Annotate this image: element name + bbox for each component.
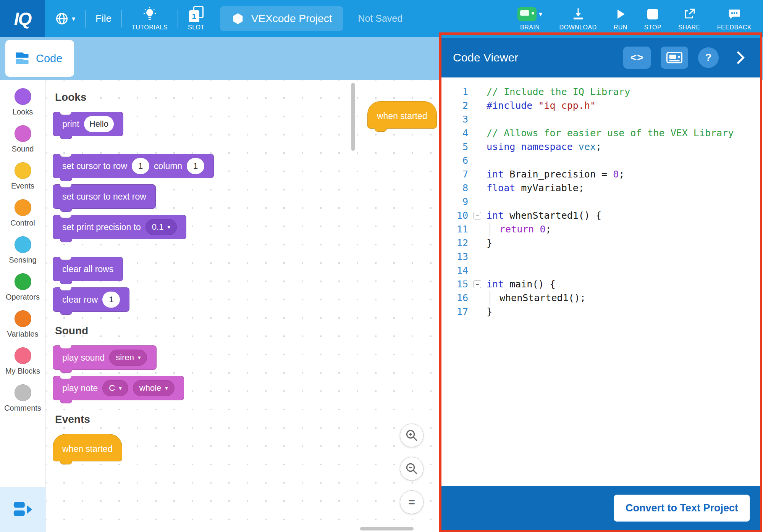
block-label: clear all rows (62, 264, 113, 274)
brain-button[interactable]: ▾ BRAIN (517, 6, 543, 31)
stop-label: STOP (644, 24, 661, 31)
palette-block[interactable]: play soundsiren▾ (53, 345, 157, 370)
tab-code-label: Code (36, 52, 62, 65)
category-my-blocks[interactable]: My Blocks (0, 343, 45, 380)
tutorials-button[interactable]: TUTORIALS (132, 6, 168, 31)
help-button[interactable]: ? (698, 47, 719, 68)
stop-button[interactable]: STOP (644, 6, 661, 31)
line-number: 8 (441, 181, 468, 195)
block-input-field[interactable]: 1 (102, 292, 120, 308)
dropdown-caret-icon: ▾ (119, 385, 122, 392)
code-line: 15−int main() { (441, 277, 760, 291)
tutorials-label: TUTORIALS (132, 24, 168, 31)
category-label: Sound (12, 145, 34, 153)
block-input-field[interactable]: 1 (132, 158, 149, 174)
palette-scrollbar[interactable] (351, 83, 355, 151)
zoom-in-button[interactable] (400, 424, 424, 447)
category-color-dot (15, 273, 31, 290)
palette-block[interactable]: clear row1 (53, 287, 129, 312)
palette-block[interactable]: set cursor to row1column1 (53, 154, 214, 178)
fold-toggle-icon[interactable]: − (474, 281, 481, 288)
code-text: } (487, 236, 492, 250)
palette-block[interactable]: set print precision to0.1▾ (53, 215, 186, 239)
category-sensing[interactable]: Sensing (0, 232, 45, 269)
line-number: 2 (441, 99, 468, 113)
zoom-out-icon (405, 462, 419, 476)
category-control[interactable]: Control (0, 195, 45, 232)
lightbulb-icon (143, 7, 157, 21)
category-label: Sensing (9, 256, 36, 264)
brain-view-button[interactable] (661, 47, 688, 69)
fold-toggle-icon[interactable]: − (474, 212, 481, 219)
file-menu[interactable]: File (95, 13, 112, 24)
code-text: return 0; (487, 222, 551, 236)
code-text: int main() { (487, 277, 556, 291)
palette-block[interactable]: set cursor to next row (53, 184, 156, 209)
code-line: 14 (441, 264, 760, 277)
block-dropdown[interactable]: siren▾ (109, 350, 147, 366)
tab-code[interactable]: Code (5, 40, 74, 77)
code-line: 11return 0; (441, 222, 760, 236)
category-color-dot (15, 162, 31, 179)
block-input-field[interactable]: 1 (187, 158, 204, 174)
feedback-label: FEEDBACK (717, 24, 752, 31)
chevron-down-icon: ▾ (72, 15, 75, 23)
palette-section-heading: Sound (55, 325, 289, 337)
block-dropdown[interactable]: whole▾ (133, 380, 175, 396)
palette-section-heading: Events (55, 413, 289, 426)
share-icon (683, 8, 696, 21)
brain-label: BRAIN (520, 24, 540, 31)
feedback-button[interactable]: FEEDBACK (717, 6, 752, 31)
category-events[interactable]: Events (0, 158, 45, 195)
code-viewer-title: Code Viewer (453, 51, 518, 64)
palette-block[interactable]: play noteC▾whole▾ (53, 376, 184, 400)
block-label: set cursor to row (62, 161, 127, 171)
run-button[interactable]: RUN (614, 6, 627, 31)
play-icon (614, 8, 627, 20)
palette-collapse-toggle[interactable] (0, 487, 46, 532)
collapse-panel-button[interactable] (731, 49, 748, 66)
block-input-field[interactable]: Hello (84, 116, 114, 132)
canvas-horizontal-scrollbar[interactable] (360, 527, 414, 530)
code-line: 10−int whenStarted1() { (441, 209, 760, 222)
blocks-flag-icon (14, 50, 31, 67)
download-icon (571, 7, 585, 21)
zoom-in-icon (405, 429, 419, 442)
canvas-when-started-block[interactable]: when started (367, 101, 437, 129)
code-toggle-button[interactable]: <> (623, 47, 651, 69)
category-color-dot (15, 384, 31, 401)
download-button[interactable]: DOWNLOAD (559, 6, 596, 31)
category-label: Control (10, 219, 35, 227)
palette-block[interactable]: printHello (53, 112, 123, 136)
brain-screen-icon (666, 52, 682, 63)
dropdown-caret-icon: ▾ (138, 354, 141, 361)
block-dropdown[interactable]: 0.1▾ (145, 219, 177, 235)
code-viewer-footer: Convert to Text Project (441, 486, 760, 530)
code-text: int whenStarted1() { (487, 209, 601, 222)
zoom-reset-button[interactable]: = (400, 490, 424, 514)
slot-button[interactable]: 1 SLOT (188, 6, 205, 31)
code-line: 6 (441, 154, 760, 168)
language-menu[interactable]: ▾ (55, 12, 75, 26)
zoom-out-button[interactable] (400, 457, 424, 480)
category-comments[interactable]: Comments (0, 380, 45, 417)
convert-to-text-button[interactable]: Convert to Text Project (614, 495, 750, 522)
line-number: 9 (441, 195, 468, 209)
code-editor[interactable]: 1// Include the IQ Library2#include "iq_… (441, 77, 760, 486)
divider (178, 10, 178, 27)
palette-section-heading: Looks (55, 91, 289, 103)
block-dropdown[interactable]: C▾ (102, 380, 128, 396)
hexagon-icon (231, 12, 244, 25)
category-sound[interactable]: Sound (0, 121, 45, 158)
project-name-field[interactable]: VEXcode Project (220, 6, 344, 31)
palette-block[interactable]: clear all rows (53, 257, 123, 281)
category-looks[interactable]: Looks (0, 84, 45, 121)
palette-block[interactable]: when started (53, 434, 122, 461)
category-operators[interactable]: Operators (0, 269, 45, 306)
category-variables[interactable]: Variables (0, 306, 45, 343)
line-number: 17 (441, 305, 468, 319)
block-palette: LooksprintHelloset cursor to row1column1… (53, 80, 289, 468)
share-button[interactable]: SHARE (678, 6, 700, 31)
category-color-dot (15, 236, 31, 253)
feedback-icon (727, 7, 741, 21)
